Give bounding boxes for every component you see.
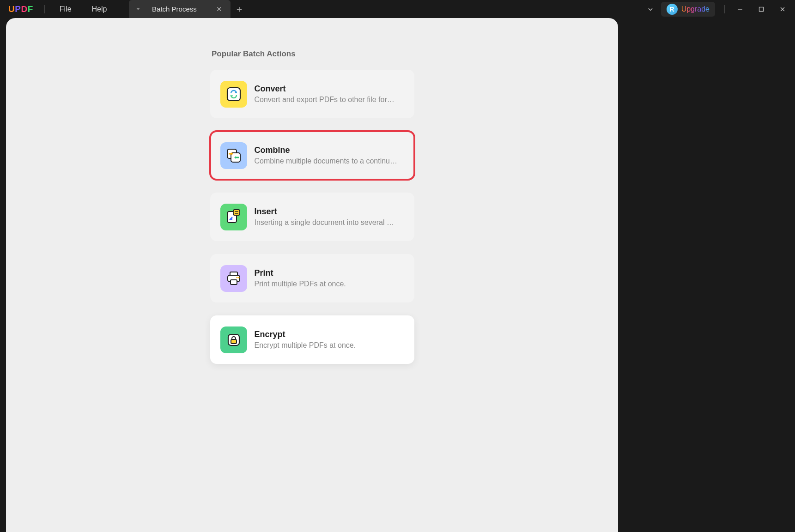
svg-rect-2 (227, 88, 240, 101)
new-tab-button[interactable]: ＋ (231, 0, 248, 18)
action-cards: Convert Convert and export PDFs to other… (6, 70, 618, 364)
tab-title: Batch Process (146, 5, 202, 13)
divider (44, 5, 45, 13)
caret-down-icon[interactable] (136, 8, 140, 10)
window-minimize[interactable] (729, 0, 751, 18)
action-desc: Combine multiple documents to a continuo… (255, 157, 398, 165)
lock-icon (220, 326, 247, 353)
svg-rect-15 (231, 339, 237, 344)
action-title: Print (255, 268, 346, 278)
tab-strip: Batch Process ✕ ＋ (129, 0, 248, 18)
action-convert[interactable]: Convert Convert and export PDFs to other… (210, 70, 414, 118)
tab-batch-process[interactable]: Batch Process ✕ (129, 0, 231, 18)
close-tab-icon[interactable]: ✕ (215, 5, 223, 13)
upgrade-label: Upgrade (681, 5, 710, 13)
action-title: Encrypt (255, 330, 356, 339)
convert-icon (220, 81, 247, 108)
combine-icon (220, 142, 247, 169)
action-print[interactable]: Print Print multiple PDFs at once. (210, 254, 414, 302)
svg-rect-1 (759, 7, 764, 11)
svg-point-13 (238, 277, 239, 278)
svg-point-12 (236, 277, 237, 278)
menu-file[interactable]: File (49, 0, 82, 18)
window-close[interactable] (772, 0, 793, 18)
insert-icon (220, 204, 247, 230)
action-desc: Inserting a single document into several… (255, 218, 398, 227)
window-maximize[interactable] (751, 0, 772, 18)
divider (724, 5, 725, 13)
action-title: Convert (255, 84, 398, 94)
action-desc: Convert and export PDFs to other file fo… (255, 96, 398, 104)
action-desc: Print multiple PDFs at once. (255, 280, 346, 288)
action-insert[interactable]: Insert Inserting a single document into … (210, 193, 414, 241)
chevron-down-icon[interactable] (640, 6, 661, 12)
menu-help[interactable]: Help (82, 0, 117, 18)
title-bar: UPDF File Help Batch Process ✕ ＋ R Upgra… (0, 0, 795, 18)
app-logo: UPDF (2, 4, 40, 14)
action-combine[interactable]: Combine Combine multiple documents to a … (210, 131, 414, 180)
action-encrypt[interactable]: Encrypt Encrypt multiple PDFs at once. (210, 315, 414, 364)
section-title: Popular Batch Actions (212, 49, 618, 59)
content-area: Popular Batch Actions Convert Convert an… (6, 18, 618, 532)
action-desc: Encrypt multiple PDFs at once. (255, 341, 356, 350)
svg-rect-11 (231, 280, 237, 284)
action-title: Combine (255, 145, 398, 155)
print-icon (220, 265, 247, 292)
svg-rect-6 (233, 210, 240, 215)
action-title: Insert (255, 207, 398, 217)
upgrade-button[interactable]: R Upgrade (661, 2, 715, 17)
avatar: R (667, 4, 678, 15)
